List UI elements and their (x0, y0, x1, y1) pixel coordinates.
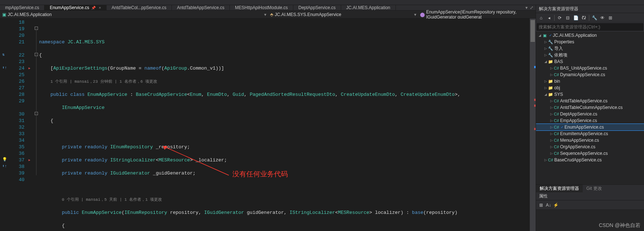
expand-icon[interactable]: ▷ (549, 106, 554, 109)
tab-solution-explorer[interactable]: 解决方案资源管理器 (536, 185, 583, 192)
codelens[interactable]: 0 个引用 | mansai，5 天前 | 1 名作者，1 项更改 (62, 197, 162, 202)
tree-item[interactable]: ▷C#BaseCrudAppService.cs (536, 157, 644, 163)
tree-item-label: BAS_UnitAppService.cs (560, 66, 607, 71)
solution-search-input[interactable] (536, 23, 644, 31)
tree-item[interactable]: ▷🔧依赖项 (536, 52, 644, 58)
code-text[interactable]: namespace JC.AI.MES.SYS { [ApiExplorerSe… (39, 19, 530, 231)
tree-item-label: DynamicAppService.cs (560, 72, 605, 77)
solution-explorer-toolbar: ⌂ ◂ ⟳ ⊟ 📄 🗘 🔧 👁 ⊞ (536, 13, 644, 23)
kw: public (62, 210, 79, 215)
tree-item[interactable]: ▷C#AntdTableAppService.cs (536, 98, 644, 104)
tree-item[interactable]: ▷🔧Properties (536, 39, 644, 45)
expand-icon[interactable]: ▷ (549, 132, 554, 136)
tree-item[interactable]: ▷📁obj (536, 85, 644, 91)
tree-item-label: obj (554, 85, 560, 90)
punct: ( (122, 210, 124, 215)
pin-icon[interactable]: 📌 (91, 6, 96, 10)
reference-icon[interactable]: ⇅ (2, 52, 5, 57)
watermark: CSDN @神色自若 (599, 222, 640, 229)
reference-up-icon[interactable]: ⬆↑ (2, 65, 7, 70)
expand-icon[interactable]: ◢ (537, 34, 542, 37)
back-icon[interactable]: ◂ (545, 14, 553, 21)
tree-item[interactable]: ◢📁SYS (536, 91, 644, 98)
properties-icon[interactable]: 🔧 (591, 14, 598, 21)
tree-item[interactable]: ◢▣✓JC.AI.MES.Application (536, 32, 644, 39)
vertical-scrollbar[interactable] (530, 19, 536, 231)
expand-icon[interactable]: ◢ (543, 93, 548, 96)
tab-1[interactable]: EnumAppService.cs📌× (45, 5, 106, 10)
tab-git-changes[interactable]: Git 更改 (583, 185, 606, 192)
tree-item[interactable]: ▷C#MenuAppService.cs (536, 137, 644, 144)
preview-icon[interactable]: 👁 (599, 14, 606, 21)
breadcrumb-mid[interactable]: ⬘ JC.AI.MES.SYS.EnumAppService ▾ (268, 12, 418, 17)
alpha-sort-icon[interactable]: A↓ (545, 201, 552, 209)
solution-explorer-pane: 解决方案资源管理器 ⌂ ◂ ⟳ ⊟ 📄 🗘 🔧 👁 ⊞ ◢▣✓JC.AI.MES… (536, 5, 644, 231)
lightbulb-icon[interactable]: 💡 (2, 157, 7, 162)
tree-item[interactable]: ▷C#SequenceAppService.cs (536, 150, 644, 157)
tree-item[interactable]: ▷C#AntdTableColumnAppService.cs (536, 104, 644, 111)
tab-2[interactable]: AntdTableCol...ppService.cs (107, 5, 172, 10)
expand-icon[interactable]: ◢ (543, 60, 548, 63)
expand-icon[interactable]: ▷ (549, 125, 554, 129)
tree-item[interactable]: ▷C#BAS_UnitAppService.cs (536, 65, 644, 71)
tab-4[interactable]: MESHttpApiHostModule.cs (230, 5, 293, 10)
bookmark-icon[interactable]: ▶ (28, 158, 30, 162)
kw: private (62, 171, 82, 176)
categorize-icon[interactable]: ⊞ (537, 201, 545, 209)
tab-0[interactable]: mpAppService.cs (0, 5, 45, 10)
fold-toggle[interactable]: - (35, 27, 38, 30)
home-icon[interactable]: ⌂ (537, 14, 545, 21)
expand-icon[interactable]: ▷ (549, 152, 554, 155)
expand-icon[interactable]: ▷ (549, 138, 554, 142)
tree-item[interactable]: ▷C#DeptAppService.cs (536, 111, 644, 117)
kw: readonly (82, 144, 107, 150)
expand-icon[interactable]: ▷ (543, 40, 548, 44)
chevron-down-icon[interactable]: ▾ (264, 12, 268, 17)
tree-item[interactable]: ▷C#DynamicAppService.cs (536, 71, 644, 78)
breadcrumb-left[interactable]: ▣ JC.AI.MES.Application ▾ (0, 12, 268, 17)
tree-item[interactable]: ▷🔧导入 (536, 45, 644, 52)
expand-icon[interactable]: ▷ (549, 145, 554, 149)
tree-item[interactable]: ◢📁BAS (536, 58, 644, 65)
showall-icon[interactable]: 📄 (572, 14, 579, 21)
expand-icon[interactable]: ▷ (543, 47, 548, 50)
expand-icon[interactable]: ▷ (543, 53, 548, 57)
tree-item[interactable]: ▷📁bin (536, 78, 644, 85)
tree-item-label: DeptAppService.cs (560, 111, 597, 117)
bookmark-icon[interactable]: ▶ (28, 66, 30, 70)
expand-icon[interactable]: ▷ (549, 73, 554, 77)
codelens[interactable]: 1 个引用 | mansai，23 分钟前 | 1 名作者，6 项更改 (50, 79, 157, 84)
expand-icon[interactable]: ▷ (549, 119, 554, 122)
fld-icon: 📁 (548, 79, 554, 84)
kw: readonly (82, 157, 107, 163)
expand-icon[interactable]: ▷ (543, 79, 548, 83)
events-icon[interactable]: ⚡ (552, 201, 559, 209)
expand-icon[interactable]: ▷ (543, 86, 548, 90)
expand-icon[interactable]: ▷ (549, 99, 554, 103)
tree-item[interactable]: ▷C#OrgAppService.cs (536, 144, 644, 150)
collapse-icon[interactable]: ⊟ (564, 14, 571, 21)
expand-icon[interactable]: ▷ (549, 66, 554, 70)
prop-icon: 🔧 (548, 46, 554, 51)
close-icon[interactable]: × (99, 5, 101, 10)
sync-icon[interactable]: ⟳ (556, 14, 563, 21)
tree-item[interactable]: ▷C#EnumItemAppService.cs (536, 130, 644, 137)
tab-5[interactable]: DeptAppService.cs (293, 5, 341, 10)
breadcrumb-right[interactable]: ⬤ EnumAppService(IEnumRepository reposit… (418, 9, 536, 20)
refresh-icon[interactable]: 🗘 (580, 14, 587, 21)
type: CreateUpdateEnumDto (401, 92, 455, 97)
expand-icon[interactable]: ▷ (549, 112, 554, 116)
tree-item[interactable]: ▷C#EmpAppService.cs (536, 117, 644, 124)
tree-item[interactable]: ▷C#✓EnumAppService.cs (536, 124, 644, 130)
interface: IEnumAppService (62, 105, 104, 110)
reference-up-icon[interactable]: ⬆↑ (2, 164, 7, 168)
chevron-down-icon[interactable]: ▾ (414, 12, 418, 17)
glyph-margin: ▶ ▶ (27, 19, 34, 231)
tab-6[interactable]: JC.AI.MES.Application (341, 5, 396, 10)
cs-icon: C# (548, 158, 554, 162)
expand-icon[interactable]: ▷ (543, 158, 548, 162)
group-icon[interactable]: ⊞ (607, 14, 614, 21)
tree-item-label: EnumAppService.cs (564, 125, 604, 130)
prop-icon: 🔧 (548, 53, 554, 58)
tab-3[interactable]: AntdTableAppService.cs (172, 5, 230, 10)
